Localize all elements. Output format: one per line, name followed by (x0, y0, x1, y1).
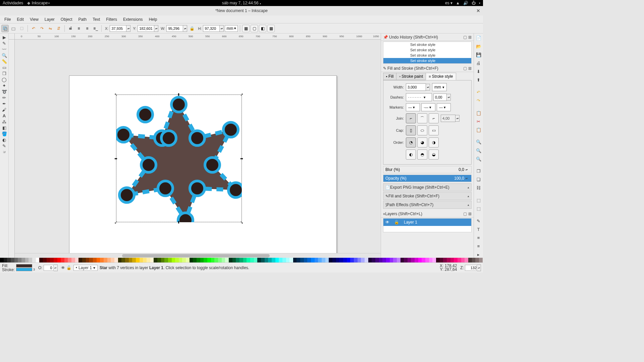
palette-swatch[interactable] (32, 258, 36, 262)
palette-swatch[interactable] (43, 258, 47, 262)
menu-object[interactable]: Object (58, 16, 75, 23)
palette-swatch[interactable] (232, 258, 236, 262)
fill-stroke-panel-header[interactable]: ✎ Fill and Stroke (Shift+Ctrl+F)▴ (383, 192, 472, 200)
palette-swatch[interactable] (307, 258, 311, 262)
palette-swatch[interactable] (190, 258, 193, 262)
text-editor-icon[interactable]: T (475, 226, 482, 233)
palette-swatch[interactable] (25, 258, 29, 262)
layer-lock-icon[interactable]: 🔓 (66, 265, 71, 270)
palette-swatch[interactable] (272, 258, 275, 262)
stroke-swatch[interactable] (16, 268, 32, 271)
palette-swatch[interactable] (332, 258, 336, 262)
palette-swatch[interactable] (358, 258, 361, 262)
h-spin[interactable]: ▴▾ (220, 25, 224, 32)
dashes-select[interactable]: ∙∙∙∙∙∙∙∙ ▾ (406, 93, 432, 101)
palette-swatch[interactable] (89, 258, 93, 262)
palette-swatch[interactable] (39, 258, 43, 262)
cap-butt-icon[interactable]: ▯ (406, 125, 416, 135)
affect-pattern-icon[interactable]: ▦ (267, 25, 275, 32)
palette-swatch[interactable] (4, 258, 7, 262)
palette-swatch[interactable] (450, 258, 454, 262)
palette-swatch[interactable] (197, 258, 200, 262)
spiral-tool-icon[interactable]: ➰ (1, 88, 8, 95)
palette-swatch[interactable] (0, 258, 4, 262)
palette-swatch[interactable] (458, 258, 461, 262)
palette-swatch[interactable] (418, 258, 422, 262)
palette-swatch[interactable] (204, 258, 207, 262)
palette-swatch[interactable] (375, 258, 379, 262)
selection-handle-sw[interactable]: ↙ (114, 221, 118, 224)
palette-swatch[interactable] (311, 258, 315, 262)
palette-swatch[interactable] (465, 258, 468, 262)
palette-swatch[interactable] (143, 258, 147, 262)
palette-swatch[interactable] (304, 258, 308, 262)
selection-handle-s[interactable]: ⬍ (177, 221, 181, 224)
palette-swatch[interactable] (214, 258, 218, 262)
undo-history-list[interactable]: Set stroke style Set stroke style Set st… (383, 42, 472, 64)
width-spin[interactable]: ▴▾ (426, 84, 430, 90)
order-6-icon[interactable]: ◒ (429, 149, 439, 160)
palette-swatch[interactable] (382, 258, 386, 262)
palette-swatch[interactable] (432, 258, 436, 262)
palette-swatch[interactable] (107, 258, 111, 262)
join-round-icon[interactable]: ⌒ (417, 113, 427, 123)
palette-swatch[interactable] (75, 258, 79, 262)
x-spin[interactable]: ▴▾ (126, 25, 130, 32)
palette-swatch[interactable] (207, 258, 211, 262)
palette-swatch[interactable] (390, 258, 393, 262)
palette-swatch[interactable] (461, 258, 465, 262)
raise-icon[interactable]: ≡ (75, 25, 83, 32)
doc-prefs-icon[interactable]: ▸ (475, 251, 482, 258)
flip-h-icon[interactable]: ⇋ (47, 25, 54, 32)
palette-swatch[interactable] (150, 258, 154, 262)
select-same-icon[interactable] (10, 25, 17, 32)
xml-editor-icon[interactable]: ✎ (475, 218, 482, 224)
palette-swatch[interactable] (282, 258, 286, 262)
palette-swatch[interactable] (222, 258, 225, 262)
palette-swatch[interactable] (136, 258, 140, 262)
palette-swatch[interactable] (71, 258, 75, 262)
volume-icon[interactable]: 🔊 (463, 1, 468, 5)
palette-swatch[interactable] (147, 258, 150, 262)
palette-swatch[interactable] (7, 258, 11, 262)
palette-swatch[interactable] (468, 258, 472, 262)
width-input[interactable] (406, 83, 426, 91)
palette-swatch[interactable] (300, 258, 304, 262)
ruler-vertical[interactable] (9, 40, 15, 258)
eraser-tool-icon[interactable]: ◧ (1, 125, 8, 131)
palette-swatch[interactable] (29, 258, 32, 262)
palette-swatch[interactable] (200, 258, 204, 262)
marker-end-select[interactable]: — ▾ (437, 103, 451, 111)
palette-swatch[interactable] (443, 258, 447, 262)
palette-swatch[interactable] (239, 258, 243, 262)
selection-handle-e[interactable]: ⬌ (240, 157, 244, 161)
layer-name[interactable]: Layer 1 (404, 220, 417, 225)
palette-swatch[interactable] (225, 258, 229, 262)
w-input[interactable] (166, 25, 183, 32)
tab-stroke-paint[interactable]: ▫ Stroke paint (396, 73, 426, 80)
order-2-icon[interactable]: ◕ (417, 137, 427, 147)
palette-swatch[interactable] (397, 258, 400, 262)
palette-swatch[interactable] (68, 258, 71, 262)
layers-list[interactable]: 👁 🔓 Layer 1 (383, 218, 472, 232)
print-icon[interactable]: 🖨 (475, 60, 482, 66)
palette-swatch[interactable] (265, 258, 268, 262)
panel-minimize-icon[interactable]: ▢ (463, 66, 467, 71)
lang-indicator[interactable]: es ▾ (445, 1, 452, 5)
palette-swatch[interactable] (118, 258, 122, 262)
palette-swatch[interactable] (379, 258, 383, 262)
palette-swatch[interactable] (347, 258, 351, 262)
import-icon[interactable]: ⬇ (475, 68, 482, 75)
palette-swatch[interactable] (168, 258, 172, 262)
node-tool-icon[interactable]: ✎ (1, 40, 8, 46)
selection-handle-ne[interactable]: ↗ (240, 93, 244, 97)
palette-swatch[interactable] (247, 258, 250, 262)
order-3-icon[interactable]: ◑ (429, 137, 439, 147)
affect-corners-icon[interactable]: ▢ (251, 25, 258, 32)
palette-swatch[interactable] (243, 258, 247, 262)
join-bevel-icon[interactable]: ⌐ (429, 113, 439, 123)
palette-swatch[interactable] (11, 258, 14, 262)
rotate-ccw-icon[interactable]: ↶ (30, 25, 37, 32)
menu-filters[interactable]: Filters (103, 16, 120, 23)
menu-view[interactable]: View (27, 16, 42, 23)
